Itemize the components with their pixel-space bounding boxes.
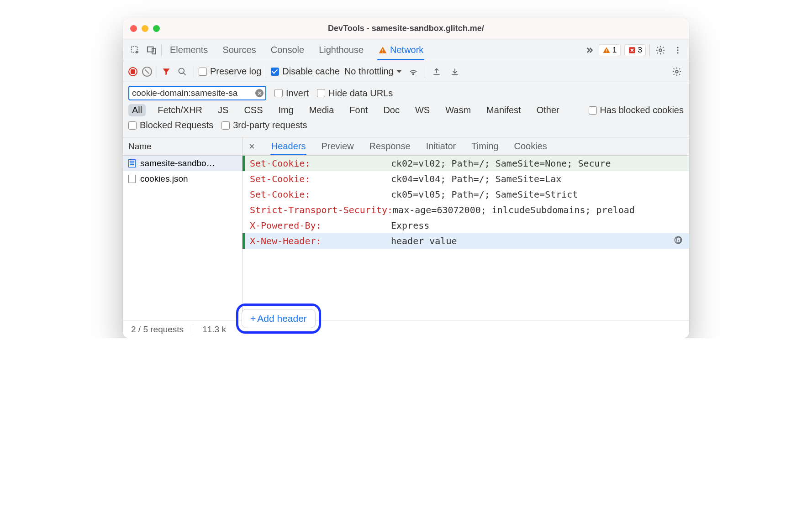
hide-data-urls-label: Hide data URLs xyxy=(328,88,393,99)
details-tab-response[interactable]: Response xyxy=(369,138,411,155)
request-row[interactable]: samesite-sandbo… xyxy=(123,156,242,171)
warnings-badge[interactable]: 1 xyxy=(599,44,620,56)
info-icon[interactable] xyxy=(674,236,683,245)
header-name: X-Powered-By: xyxy=(247,220,391,231)
search-icon[interactable] xyxy=(175,65,189,79)
svg-point-8 xyxy=(659,49,662,52)
panel-settings-gear-icon[interactable] xyxy=(670,65,684,79)
filter-type-other[interactable]: Other xyxy=(533,104,563,116)
filter-icon[interactable] xyxy=(162,67,171,76)
filter-input[interactable] xyxy=(128,86,266,100)
upload-har-icon[interactable] xyxy=(430,65,443,79)
requests-list: samesite-sandbo…cookies.json xyxy=(123,156,242,320)
kebab-menu-icon[interactable] xyxy=(671,43,685,57)
close-details-icon[interactable]: × xyxy=(246,141,258,152)
svg-point-13 xyxy=(412,73,414,75)
hide-data-urls-checkbox[interactable]: Hide data URLs xyxy=(317,88,393,99)
clear-filter-icon[interactable]: ✕ xyxy=(255,89,264,97)
add-header-label: Add header xyxy=(257,313,307,324)
details-tab-initiator[interactable]: Initiator xyxy=(425,138,457,155)
separator xyxy=(425,66,425,78)
filter-type-img[interactable]: Img xyxy=(275,104,297,116)
details-tabs: × HeadersPreviewResponseInitiatorTimingC… xyxy=(243,137,689,156)
blocked-requests-label: Blocked Requests xyxy=(140,120,213,131)
record-button[interactable] xyxy=(128,67,137,76)
preserve-log-input[interactable] xyxy=(199,68,207,76)
throttling-select[interactable]: No throttling xyxy=(344,66,402,77)
header-name: Set-Cookie: xyxy=(247,189,391,200)
invert-input[interactable] xyxy=(274,89,283,97)
filter-type-doc[interactable]: Doc xyxy=(380,104,403,116)
requests-column-header[interactable]: Name xyxy=(123,137,242,156)
add-header-button[interactable]: + Add header xyxy=(242,309,316,328)
filter-type-manifest[interactable]: Manifest xyxy=(483,104,525,116)
header-row: Strict-Transport-Security:max-age=630720… xyxy=(243,202,689,218)
preserve-log-checkbox[interactable]: Preserve log xyxy=(199,66,261,77)
filter-type-font[interactable]: Font xyxy=(346,104,371,116)
more-tabs-icon[interactable] xyxy=(582,43,596,57)
clear-button[interactable] xyxy=(142,67,152,77)
network-content: Name samesite-sandbo…cookies.json × Head… xyxy=(123,137,689,320)
details-tab-headers[interactable]: Headers xyxy=(270,138,307,155)
svg-point-11 xyxy=(677,52,678,53)
filter-type-media[interactable]: Media xyxy=(306,104,337,116)
file-icon xyxy=(128,175,136,183)
disable-cache-label: Disable cache xyxy=(282,66,340,77)
request-name: cookies.json xyxy=(140,174,188,184)
request-count: 2 / 5 requests xyxy=(131,325,184,335)
disable-cache-checkbox[interactable]: Disable cache xyxy=(271,66,340,77)
blocked-requests-input[interactable] xyxy=(128,121,137,130)
filter-type-all[interactable]: All xyxy=(128,104,146,116)
header-name: Set-Cookie: xyxy=(247,158,391,169)
transfer-size: 11.3 k xyxy=(202,325,226,335)
third-party-input[interactable] xyxy=(221,121,230,130)
tab-network[interactable]: Network xyxy=(377,40,424,60)
header-row: Set-Cookie:ck04=vl04; Path=/; SameSite=L… xyxy=(243,171,689,187)
has-blocked-cookies-checkbox[interactable]: Has blocked cookies xyxy=(589,105,684,115)
filter-type-wasm[interactable]: Wasm xyxy=(442,104,475,116)
third-party-checkbox[interactable]: 3rd-party requests xyxy=(221,120,307,131)
throttling-value: No throttling xyxy=(344,66,394,77)
svg-point-12 xyxy=(179,68,185,73)
tab-console[interactable]: Console xyxy=(270,40,305,60)
tab-elements[interactable]: Elements xyxy=(169,40,209,60)
disable-cache-input[interactable] xyxy=(271,68,279,76)
details-tab-cookies[interactable]: Cookies xyxy=(513,138,548,155)
svg-point-9 xyxy=(677,47,678,48)
device-toggle-icon[interactable] xyxy=(145,43,158,57)
header-row[interactable]: X-New-Header:header value xyxy=(243,233,689,249)
download-har-icon[interactable] xyxy=(448,65,462,79)
caret-down-icon xyxy=(396,70,402,73)
tab-sources[interactable]: Sources xyxy=(221,40,257,60)
filter-type-js[interactable]: JS xyxy=(214,104,232,116)
hide-data-urls-input[interactable] xyxy=(317,89,325,97)
details-tab-timing[interactable]: Timing xyxy=(470,138,499,155)
plus-icon: + xyxy=(250,313,256,324)
inspect-element-icon[interactable] xyxy=(128,43,142,57)
filter-type-fetchxhr[interactable]: Fetch/XHR xyxy=(154,104,206,116)
main-tab-bar: Elements Sources Console Lighthouse Netw… xyxy=(123,39,689,61)
svg-rect-3 xyxy=(382,49,383,51)
right-status-icons: 1 3 xyxy=(599,43,685,57)
has-blocked-cookies-input[interactable] xyxy=(589,106,597,115)
requests-column: Name samesite-sandbo…cookies.json xyxy=(123,137,243,320)
filter-type-ws[interactable]: WS xyxy=(411,104,433,116)
svg-point-10 xyxy=(677,49,678,51)
details-tab-preview[interactable]: Preview xyxy=(320,138,354,155)
tab-lighthouse[interactable]: Lighthouse xyxy=(318,40,364,60)
request-row[interactable]: cookies.json xyxy=(123,171,242,187)
header-name: X-New-Header: xyxy=(247,236,391,246)
titlebar: DevTools - samesite-sandbox.glitch.me/ xyxy=(123,18,689,39)
errors-badge[interactable]: 3 xyxy=(624,44,646,56)
settings-gear-icon[interactable] xyxy=(654,43,667,57)
header-value: ck02=vl02; Path=/; SameSite=None; Secure xyxy=(391,158,683,169)
status-bar: 2 / 5 requests 11.3 k xyxy=(123,320,689,338)
window-title: DevTools - samesite-sandbox.glitch.me/ xyxy=(123,24,689,33)
network-conditions-icon[interactable] xyxy=(406,65,420,79)
header-value: Express xyxy=(391,220,683,231)
filter-type-css[interactable]: CSS xyxy=(240,104,266,116)
header-value[interactable]: header value xyxy=(391,236,671,246)
invert-checkbox[interactable]: Invert xyxy=(274,88,309,99)
devtools-window: DevTools - samesite-sandbox.glitch.me/ E… xyxy=(123,18,689,338)
blocked-requests-checkbox[interactable]: Blocked Requests xyxy=(128,120,213,131)
